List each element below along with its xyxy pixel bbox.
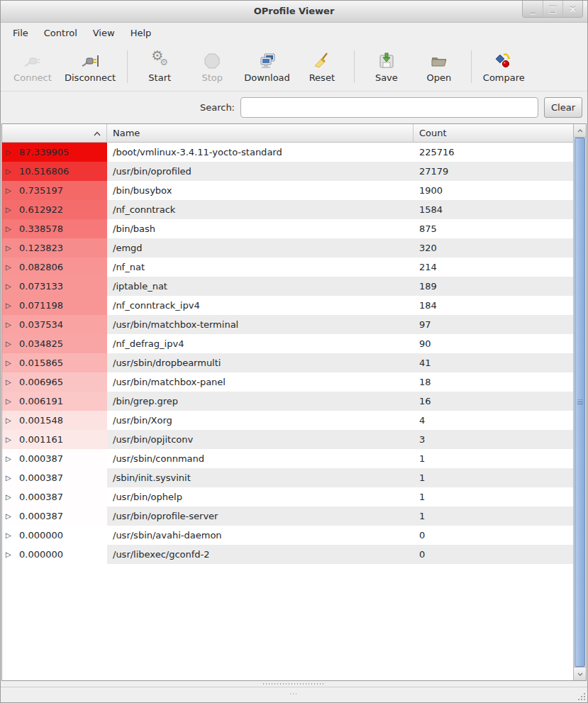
table-row[interactable]: ▷0.071198/nf_conntrack_ipv4184: [2, 296, 573, 315]
maximize-button[interactable]: □: [543, 1, 562, 17]
table-row[interactable]: ▷0.612922/nf_conntrack1584: [2, 200, 573, 219]
search-input[interactable]: [240, 97, 538, 118]
minimize-button[interactable]: _: [523, 1, 543, 17]
table-row[interactable]: ▷0.000000/usr/sbin/avahi-daemon0: [2, 526, 573, 545]
column-header-name[interactable]: Name: [107, 124, 414, 142]
table-row[interactable]: ▷0.338578/bin/bash875: [2, 219, 573, 238]
close-button[interactable]: ×: [562, 1, 582, 17]
row-expander-icon[interactable]: ▷: [6, 206, 13, 214]
toolbar-button-disconnect[interactable]: Disconnect: [59, 48, 121, 85]
table-row[interactable]: ▷0.000000/usr/libexec/gconfd-20: [2, 545, 573, 564]
percent-value: 0.001161: [19, 434, 63, 445]
table-row[interactable]: ▷0.034825/nf_defrag_ipv490: [2, 334, 573, 353]
toolbar-button-download[interactable]: Download: [238, 48, 296, 85]
row-expander-icon[interactable]: ▷: [6, 532, 13, 539]
vertical-scrollbar[interactable]: [573, 124, 586, 680]
percent-value: 0.000387: [19, 453, 63, 464]
toolbar-button-compare[interactable]: Compare: [477, 48, 531, 85]
table-row[interactable]: ▷0.001161/usr/bin/opjitconv3: [2, 430, 573, 449]
table-row[interactable]: ▷0.123823/emgd320: [2, 238, 573, 258]
table-row[interactable]: ▷0.735197/bin/busybox1900: [2, 181, 573, 200]
clear-button[interactable]: Clear: [544, 97, 582, 118]
row-expander-icon[interactable]: ▷: [6, 379, 13, 386]
row-expander-icon[interactable]: ▷: [6, 341, 13, 348]
percent-cell: ▷0.071198: [2, 296, 107, 315]
toolbar-button-reset[interactable]: Reset: [296, 48, 348, 85]
percent-cell: ▷0.612922: [2, 200, 107, 219]
table-row[interactable]: ▷0.082806/nf_nat214: [2, 258, 573, 277]
table-row[interactable]: ▷0.037534/usr/bin/matchbox-terminal97: [2, 315, 573, 334]
scroll-up-button[interactable]: [574, 124, 586, 138]
title-bar[interactable]: OProfile Viewer _□×: [1, 1, 587, 23]
row-expander-icon[interactable]: ▷: [6, 398, 13, 405]
count-cell: 18: [414, 372, 573, 392]
row-expander-icon[interactable]: ▷: [6, 436, 13, 443]
table-row[interactable]: ▷10.516806/usr/bin/oprofiled27179: [2, 162, 573, 181]
count-cell: 1: [414, 468, 573, 487]
toolbar-button-label: Save: [375, 72, 398, 83]
row-expander-icon[interactable]: ▷: [6, 360, 13, 367]
table-row[interactable]: ▷0.015865/usr/sbin/dropbearmulti41: [2, 353, 573, 372]
table-row[interactable]: ▷0.001548/usr/bin/Xorg4: [2, 411, 573, 430]
count-cell: 41: [414, 353, 573, 372]
menu-item-control[interactable]: Control: [36, 23, 85, 43]
row-expander-icon[interactable]: ▷: [6, 321, 13, 328]
resize-grip[interactable]: [577, 692, 585, 700]
table-row[interactable]: ▷0.006965/usr/bin/matchbox-panel18: [2, 372, 573, 392]
scrollbar-thumb[interactable]: [575, 138, 585, 667]
row-expander-icon[interactable]: ▷: [6, 187, 13, 194]
name-cell: /nf_conntrack: [107, 200, 414, 219]
row-expander-icon[interactable]: ▷: [6, 168, 13, 175]
name-cell: /usr/sbin/avahi-daemon: [107, 526, 414, 545]
name-cell: /usr/sbin/dropbearmulti: [107, 353, 414, 372]
toolbar-button-start[interactable]: ⚙⚙Start: [133, 48, 186, 85]
row-expander-icon[interactable]: ▷: [6, 283, 13, 290]
percent-value: 0.073133: [19, 281, 63, 292]
name-cell: /usr/bin/oprofile-server: [107, 507, 414, 526]
table-row[interactable]: ▷0.000387/usr/bin/oprofile-server1: [2, 507, 573, 526]
column-header-count[interactable]: Count: [414, 124, 573, 142]
name-cell: /bin/grep.grep: [107, 392, 414, 411]
column-header-percent[interactable]: [2, 124, 107, 142]
table-row[interactable]: ▷0.000387/usr/sbin/connmand1: [2, 449, 573, 468]
table-row[interactable]: ▷0.000387/usr/bin/ophelp1: [2, 487, 573, 507]
row-expander-icon[interactable]: ▷: [6, 226, 13, 233]
name-cell: /nf_conntrack_ipv4: [107, 296, 414, 315]
row-expander-icon[interactable]: ▷: [6, 302, 13, 309]
table-row[interactable]: ▷0.000387/sbin/init.sysvinit1: [2, 468, 573, 487]
row-expander-icon[interactable]: ▷: [6, 551, 13, 558]
name-cell: /bin/busybox: [107, 181, 414, 200]
row-expander-icon[interactable]: ▷: [6, 245, 13, 252]
percent-value: 0.000387: [19, 472, 63, 483]
percent-value: 87.339905: [19, 147, 69, 157]
percent-cell: ▷0.082806: [2, 258, 107, 277]
row-expander-icon[interactable]: ▷: [6, 417, 13, 424]
menu-item-help[interactable]: Help: [123, 23, 160, 43]
chevron-down-icon: [577, 672, 583, 676]
name-cell: /emgd: [107, 238, 414, 258]
percent-value: 0.000387: [19, 511, 63, 521]
table-row[interactable]: ▷0.006191/bin/grep.grep16: [2, 392, 573, 411]
toolbar-button-open[interactable]: Open: [413, 48, 465, 85]
window-title: OProfile Viewer: [1, 1, 587, 22]
toolbar-button-save[interactable]: Save: [360, 48, 413, 85]
menu-item-view[interactable]: View: [85, 23, 123, 43]
pane-splitter[interactable]: [1, 681, 587, 687]
table-row[interactable]: ▷87.339905/boot/vmlinux-3.4.11-yocto-sta…: [2, 143, 573, 162]
row-expander-icon[interactable]: ▷: [6, 513, 13, 520]
row-expander-icon[interactable]: ▷: [6, 264, 13, 271]
scroll-down-button[interactable]: [574, 667, 586, 680]
toolbar-group: ConnectDisconnect: [6, 48, 121, 85]
name-cell: /usr/bin/opjitconv: [107, 430, 414, 449]
menu-item-file[interactable]: File: [5, 23, 36, 43]
row-expander-icon[interactable]: ▷: [6, 149, 13, 156]
row-expander-icon[interactable]: ▷: [6, 455, 13, 463]
row-expander-icon[interactable]: ▷: [6, 475, 13, 482]
percent-cell: ▷0.735197: [2, 181, 107, 200]
monitors-icon: [258, 52, 277, 70]
percent-value: 0.082806: [19, 262, 63, 272]
percent-cell: ▷0.000387: [2, 507, 107, 526]
row-expander-icon[interactable]: ▷: [6, 494, 13, 501]
percent-cell: ▷0.006191: [2, 392, 107, 411]
table-row[interactable]: ▷0.073133/iptable_nat189: [2, 277, 573, 296]
